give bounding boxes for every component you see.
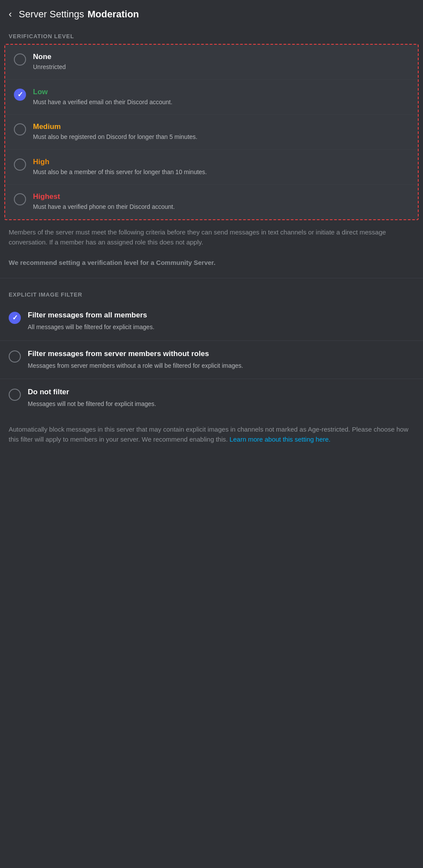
explicit-text-filter-all: Filter messages from all members All mes…	[28, 311, 414, 332]
radio-filter-no-roles[interactable]	[9, 350, 21, 363]
verification-options-box: None Unrestricted Low Must have a verifi…	[4, 44, 419, 220]
explicit-option-no-filter[interactable]: Do not filter Messages will not be filte…	[0, 379, 423, 417]
option-title-highest: Highest	[33, 192, 409, 201]
radio-medium[interactable]	[14, 123, 26, 135]
option-desc-highest: Must have a verified phone on their Disc…	[33, 203, 409, 211]
explicit-description-text: Automatically block messages in this ser…	[9, 426, 408, 443]
section-divider	[0, 278, 423, 278]
radio-highest[interactable]	[14, 193, 26, 205]
option-desc-high: Must also be a member of this server for…	[33, 168, 409, 177]
explicit-desc-filter-all: All messages will be filtered for explic…	[28, 323, 414, 332]
explicit-option-filter-all[interactable]: Filter messages from all members All mes…	[0, 302, 423, 340]
option-text-highest: Highest Must have a verified phone on th…	[33, 192, 409, 211]
verification-option-none[interactable]: None Unrestricted	[5, 45, 418, 79]
explicit-section: EXPLICIT IMAGE FILTER Filter messages fr…	[0, 283, 423, 455]
option-desc-none: Unrestricted	[33, 63, 409, 72]
explicit-description: Automatically block messages in this ser…	[0, 417, 423, 455]
header-title-group: Server Settings Moderation	[19, 9, 139, 20]
radio-filter-all[interactable]	[9, 312, 21, 324]
verification-option-low[interactable]: Low Must have a verified email on their …	[5, 79, 418, 115]
option-desc-low: Must have a verified email on their Disc…	[33, 98, 409, 107]
option-text-low: Low Must have a verified email on their …	[33, 88, 409, 107]
option-title-medium: Medium	[33, 122, 409, 131]
verification-option-medium[interactable]: Medium Must also be registered on Discor…	[5, 114, 418, 149]
radio-low[interactable]	[14, 89, 26, 101]
explicit-title-filter-no-roles: Filter messages from server members with…	[28, 350, 414, 358]
option-text-high: High Must also be a member of this serve…	[33, 158, 409, 177]
verification-option-highest[interactable]: Highest Must have a verified phone on th…	[5, 184, 418, 219]
option-title-high: High	[33, 158, 409, 166]
option-text-none: None Unrestricted	[33, 53, 409, 72]
radio-none[interactable]	[14, 53, 26, 66]
header: ‹ Server Settings Moderation	[0, 0, 423, 24]
verification-section-label: VERIFICATION LEVEL	[0, 24, 423, 44]
back-button[interactable]: ‹	[9, 9, 12, 20]
verification-option-high[interactable]: High Must also be a member of this serve…	[5, 149, 418, 185]
option-desc-medium: Must also be registered on Discord for l…	[33, 133, 409, 142]
verification-description-main: Members of the server must meet the foll…	[9, 228, 386, 246]
explicit-option-filter-no-roles[interactable]: Filter messages from server members with…	[0, 340, 423, 379]
explicit-desc-no-filter: Messages will not be filtered for explic…	[28, 400, 414, 409]
learn-more-link[interactable]: Learn more about this setting here.	[230, 436, 331, 443]
option-title-none: None	[33, 53, 409, 61]
radio-high[interactable]	[14, 158, 26, 171]
explicit-text-filter-no-roles: Filter messages from server members with…	[28, 350, 414, 370]
radio-no-filter[interactable]	[9, 389, 21, 401]
page-title: Moderation	[88, 9, 139, 20]
server-settings-label: Server Settings	[19, 9, 84, 20]
explicit-section-label: EXPLICIT IMAGE FILTER	[0, 283, 423, 302]
explicit-text-no-filter: Do not filter Messages will not be filte…	[28, 388, 414, 409]
verification-description: Members of the server must meet the foll…	[0, 220, 423, 278]
explicit-title-filter-all: Filter messages from all members	[28, 311, 414, 320]
option-title-low: Low	[33, 88, 409, 96]
explicit-title-no-filter: Do not filter	[28, 388, 414, 396]
option-text-medium: Medium Must also be registered on Discor…	[33, 122, 409, 142]
explicit-desc-filter-no-roles: Messages from server members without a r…	[28, 362, 414, 370]
verification-description-bold: We recommend setting a verification leve…	[9, 259, 216, 266]
